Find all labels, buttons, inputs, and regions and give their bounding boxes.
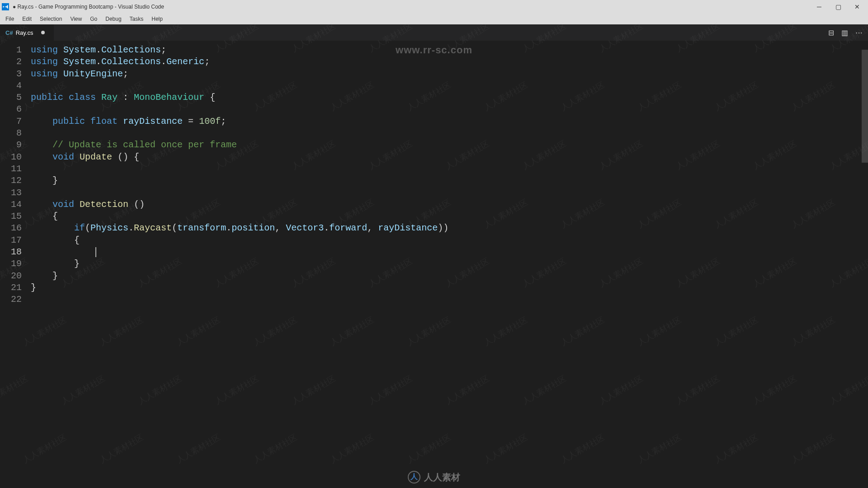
line-number: 10 <box>0 151 22 163</box>
code-line[interactable]: if(Physics.Raycast(transform.position, V… <box>31 222 868 234</box>
code-line[interactable]: } <box>31 270 868 282</box>
menu-tasks[interactable]: Tasks <box>126 15 147 23</box>
line-number: 11 <box>0 163 22 175</box>
menu-view[interactable]: View <box>66 15 85 23</box>
line-number: 5 <box>0 92 22 103</box>
menu-help[interactable]: Help <box>148 15 166 23</box>
line-number: 7 <box>0 116 22 127</box>
line-number: 4 <box>0 80 22 92</box>
line-number: 8 <box>0 127 22 139</box>
code-line[interactable]: } <box>31 258 868 270</box>
split-editor-icon[interactable]: ▥ <box>841 28 848 37</box>
code-line[interactable] <box>31 246 868 258</box>
line-number: 12 <box>0 175 22 187</box>
window-title: ● Ray.cs - Game Programming Bootcamp - V… <box>13 4 810 10</box>
menu-file[interactable]: File <box>2 15 18 23</box>
close-button[interactable]: ✕ <box>848 0 866 13</box>
vscode-icon <box>2 3 9 10</box>
scrollbar-thumb[interactable] <box>862 50 868 163</box>
maximize-button[interactable]: ▢ <box>829 0 847 13</box>
code-line[interactable]: } <box>31 175 868 187</box>
code-line[interactable]: // Update is called once per frame <box>31 139 868 151</box>
menu-selection[interactable]: Selection <box>36 15 66 23</box>
code-line[interactable]: public class Ray : MonoBehaviour { <box>31 92 868 103</box>
line-number: 1 <box>0 44 22 56</box>
line-number: 19 <box>0 258 22 270</box>
code-line[interactable]: public float rayDistance = 100f; <box>31 116 868 127</box>
line-number: 6 <box>0 103 22 115</box>
line-number: 16 <box>0 222 22 234</box>
code-line[interactable] <box>31 127 868 139</box>
titlebar: ● Ray.cs - Game Programming Bootcamp - V… <box>0 0 868 14</box>
line-number: 20 <box>0 270 22 282</box>
code-line[interactable] <box>31 187 868 199</box>
code-line[interactable]: void Detection () <box>31 199 868 211</box>
more-actions-icon[interactable]: ⋯ <box>855 28 863 37</box>
code-line[interactable] <box>31 80 868 92</box>
editor-actions: ⊟ ▥ ⋯ <box>823 24 868 41</box>
line-number: 13 <box>0 187 22 199</box>
minimize-button[interactable]: ─ <box>810 0 828 13</box>
dirty-indicator-icon <box>41 31 45 34</box>
text-cursor <box>95 247 96 257</box>
tab-filename: Ray.cs <box>16 29 33 36</box>
vertical-scrollbar[interactable] <box>862 41 868 488</box>
menu-go[interactable]: Go <box>86 15 101 23</box>
code-line[interactable]: { <box>31 235 868 246</box>
menu-edit[interactable]: Edit <box>19 15 35 23</box>
line-number: 14 <box>0 199 22 211</box>
line-number-gutter: 12345678910111213141516171819202122 <box>0 41 31 488</box>
code-line[interactable]: using System.Collections; <box>31 44 868 56</box>
line-number: 21 <box>0 282 22 294</box>
line-number: 18 <box>0 246 22 258</box>
line-number: 15 <box>0 211 22 222</box>
code-area[interactable]: using System.Collections;using System.Co… <box>31 41 868 488</box>
code-line[interactable]: using System.Collections.Generic; <box>31 56 868 68</box>
menubar: File Edit Selection View Go Debug Tasks … <box>0 14 868 24</box>
tabbar: C# Ray.cs ⊟ ▥ ⋯ <box>0 24 868 41</box>
line-number: 3 <box>0 68 22 80</box>
csharp-file-icon: C# <box>5 29 13 36</box>
code-line[interactable] <box>31 103 868 115</box>
editor[interactable]: 12345678910111213141516171819202122 usin… <box>0 41 868 488</box>
window-controls: ─ ▢ ✕ <box>810 0 866 13</box>
line-number: 17 <box>0 235 22 246</box>
menu-debug[interactable]: Debug <box>102 15 125 23</box>
line-number: 2 <box>0 56 22 68</box>
code-line[interactable]: using UnityEngine; <box>31 68 868 80</box>
code-line[interactable] <box>31 294 868 305</box>
line-number: 9 <box>0 139 22 151</box>
diff-icon[interactable]: ⊟ <box>828 28 834 37</box>
code-line[interactable]: } <box>31 282 868 294</box>
tab-ray-cs[interactable]: C# Ray.cs <box>0 24 54 41</box>
code-line[interactable] <box>31 163 868 175</box>
line-number: 22 <box>0 294 22 305</box>
code-line[interactable]: void Update () { <box>31 151 868 163</box>
code-line[interactable]: { <box>31 211 868 222</box>
